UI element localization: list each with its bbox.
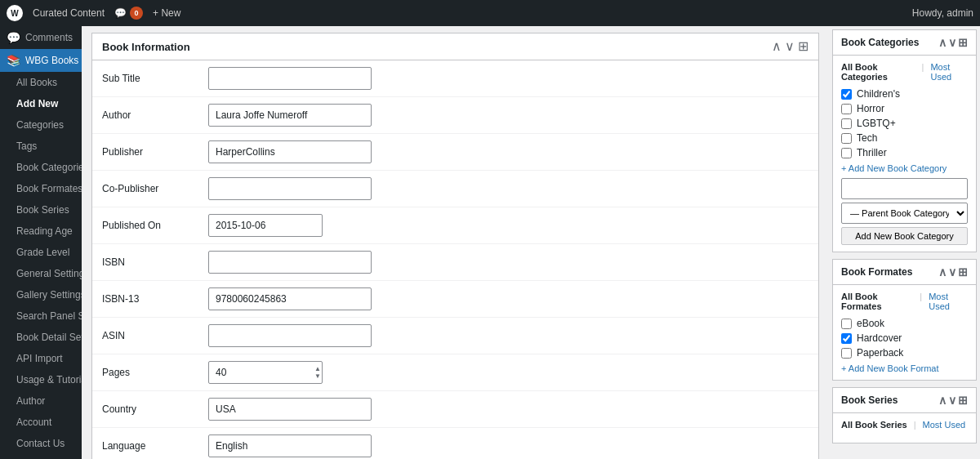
expand-icon[interactable]: ⊞ <box>958 394 968 407</box>
format-ebook[interactable]: eBook <box>841 318 968 329</box>
collapse-down-icon[interactable]: ∨ <box>948 36 956 49</box>
pages-decrement[interactable]: ▼ <box>314 373 321 380</box>
collapse-up-icon[interactable]: ∧ <box>938 394 947 407</box>
sub-title-input[interactable] <box>208 67 372 90</box>
collapse-down-icon[interactable]: ∨ <box>948 394 956 407</box>
sidebar-item-grade-level[interactable]: Grade Level <box>0 242 82 263</box>
tab-most-used-categories[interactable]: Most Used <box>930 62 968 82</box>
book-series-title: Book Series <box>841 394 898 406</box>
expand-icon[interactable]: ⊞ <box>958 265 968 279</box>
add-new-book-format-link[interactable]: + Add New Book Format <box>841 363 968 373</box>
sidebar-item-reading-age[interactable]: Reading Age <box>0 221 82 242</box>
book-categories-header: Book Categories ∧ ∨ ⊞ <box>833 30 976 56</box>
admin-bar: W Curated Content 💬 0 + New Howdy, admin <box>0 0 980 26</box>
new-category-input[interactable] <box>841 178 968 199</box>
category-thriller-checkbox[interactable] <box>841 148 852 158</box>
sub-title-control <box>208 67 808 90</box>
language-input[interactable] <box>208 434 372 457</box>
sidebar-item-gallery-settings[interactable]: Gallery Settings <box>0 284 82 305</box>
collapse-up-icon[interactable]: ∧ <box>938 265 947 279</box>
tab-most-used-series[interactable]: Most Used <box>923 420 966 430</box>
sidebar-item-account[interactable]: Account <box>0 412 82 433</box>
author-input[interactable] <box>208 104 372 127</box>
asin-input[interactable] <box>208 324 372 347</box>
tab-all-book-categories[interactable]: All Book Categories <box>841 62 915 82</box>
format-hardcover[interactable]: Hardcover <box>841 332 968 344</box>
category-tech-checkbox[interactable] <box>841 133 852 144</box>
sidebar-item-author[interactable]: Author <box>0 390 82 412</box>
sidebar-item-search-panel-settings[interactable]: Search Panel Settings <box>0 305 82 327</box>
sidebar-item-add-new[interactable]: Add New <box>0 93 82 114</box>
expand-icon[interactable]: ⊞ <box>958 36 968 49</box>
sidebar-item-contact-us[interactable]: Contact Us <box>0 433 82 454</box>
category-childrens[interactable]: Children's <box>841 88 968 100</box>
sidebar-label: General Settings <box>16 268 82 279</box>
isbn-input[interactable] <box>208 251 372 274</box>
collapse-down-icon[interactable]: ∨ <box>785 40 795 53</box>
sidebar-item-book-series[interactable]: Book Series <box>0 199 82 221</box>
collapse-up-icon[interactable]: ∧ <box>772 40 782 53</box>
sidebar-label: Grade Level <box>16 247 69 258</box>
add-new-book-category-link[interactable]: + Add New Book Category <box>841 163 968 173</box>
category-childrens-checkbox[interactable] <box>841 89 852 100</box>
tab-all-book-series[interactable]: All Book Series <box>841 420 907 430</box>
sidebar-item-all-books[interactable]: All Books <box>0 72 82 93</box>
category-tech[interactable]: Tech <box>841 132 968 144</box>
sidebar-item-usage-tutorial[interactable]: Usage & Tutorial <box>0 369 82 390</box>
format-ebook-checkbox[interactable] <box>841 319 852 329</box>
wp-logo-bar[interactable]: W <box>7 5 23 21</box>
isbn13-label: ISBN-13 <box>102 293 208 305</box>
comments-bar[interactable]: 💬 0 <box>114 7 143 20</box>
country-input[interactable] <box>208 398 372 421</box>
country-control <box>208 398 808 421</box>
pages-spinner-wrap: ▲ ▼ <box>208 361 323 384</box>
isbn-label: ISBN <box>102 256 208 268</box>
tab-all-book-formates[interactable]: All Book Formates <box>841 292 913 311</box>
co-publisher-input[interactable] <box>208 177 372 200</box>
pages-label: Pages <box>102 367 208 378</box>
sidebar-item-comments[interactable]: 💬 Comments <box>0 26 82 49</box>
format-hardcover-checkbox[interactable] <box>841 333 852 344</box>
sidebar-label: All Books <box>16 77 57 88</box>
category-thriller[interactable]: Thriller <box>841 147 968 158</box>
book-categories-controls: ∧ ∨ ⊞ <box>938 36 968 49</box>
sidebar-item-book-detail-settings[interactable]: Book Detail Settings <box>0 327 82 348</box>
collapse-down-icon[interactable]: ∨ <box>948 265 956 279</box>
sidebar-item-api-import[interactable]: API Import <box>0 348 82 369</box>
sidebar-item-book-categories[interactable]: Book Categories <box>0 157 82 178</box>
published-on-input[interactable] <box>208 214 323 237</box>
sidebar-item-categories[interactable]: Categories <box>0 114 82 136</box>
category-lgbtq-checkbox[interactable] <box>841 118 852 129</box>
format-paperback[interactable]: Paperback <box>841 347 968 359</box>
expand-icon[interactable]: ⊞ <box>798 40 808 53</box>
pages-increment[interactable]: ▲ <box>314 366 321 372</box>
book-info-body: Sub Title Author Publisher <box>92 60 818 459</box>
tab-most-used-formates[interactable]: Most Used <box>929 292 968 311</box>
sidebar-item-book-formates[interactable]: Book Formates <box>0 178 82 199</box>
publisher-label: Publisher <box>102 146 208 158</box>
isbn13-input[interactable] <box>208 287 372 310</box>
sidebar-label: Search Panel Settings <box>16 310 82 322</box>
format-ebook-label: eBook <box>857 318 884 329</box>
format-paperback-checkbox[interactable] <box>841 348 852 359</box>
site-name-bar[interactable]: Curated Content <box>33 7 105 19</box>
sidebar-item-wbg-books[interactable]: 📚 WBG Books <box>0 49 82 72</box>
new-item-bar[interactable]: + New <box>153 7 180 19</box>
sidebar-item-tags[interactable]: Tags <box>0 136 82 157</box>
book-formates-header: Book Formates ∧ ∨ ⊞ <box>833 260 976 285</box>
pages-input[interactable] <box>208 361 323 384</box>
sidebar-item-support-forum[interactable]: Support Forum <box>0 454 82 459</box>
parent-category-select[interactable]: — Parent Book Category — <box>841 203 968 224</box>
publisher-input[interactable] <box>208 140 372 163</box>
meta-box-controls: ∧ ∨ ⊞ <box>772 40 808 53</box>
author-label: Author <box>102 109 208 121</box>
add-book-category-button[interactable]: Add New Book Category <box>841 227 968 245</box>
collapse-up-icon[interactable]: ∧ <box>938 36 947 49</box>
sidebar-item-general-settings[interactable]: General Settings <box>0 263 82 284</box>
category-lgbtq[interactable]: LGBTQ+ <box>841 118 968 129</box>
sidebar-item-label: WBG Books <box>25 55 78 66</box>
category-horror[interactable]: Horror <box>841 103 968 114</box>
category-horror-checkbox[interactable] <box>841 104 852 114</box>
books-icon: 📚 <box>7 54 20 67</box>
sidebar-item-label: Comments <box>25 32 73 43</box>
